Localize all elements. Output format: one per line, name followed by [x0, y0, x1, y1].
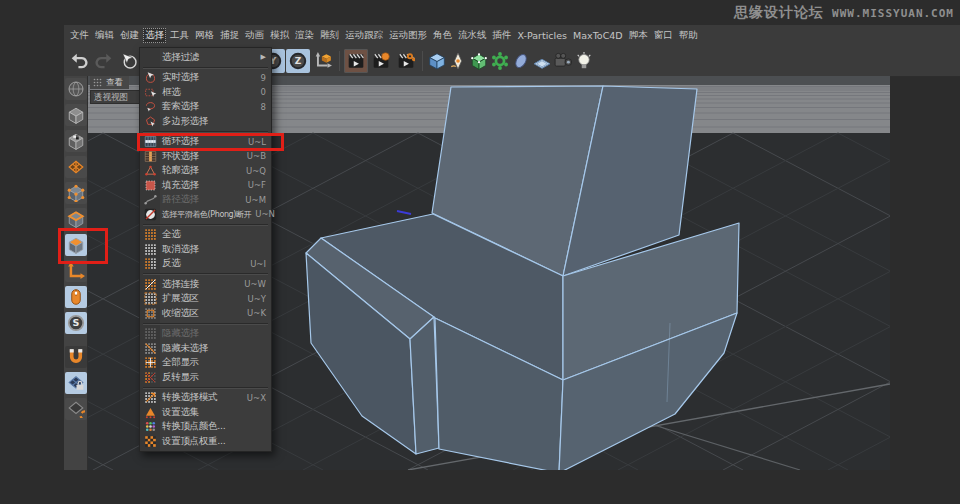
m-poly-icon	[143, 114, 158, 128]
m-ring-icon	[143, 149, 158, 163]
m-invert-icon	[143, 257, 158, 271]
menu-item-12[interactable]: 运动图形	[387, 28, 429, 43]
live-selection-button[interactable]	[117, 49, 141, 73]
menu-item-label: 实时选择	[162, 71, 257, 84]
menu-item-row-4[interactable]: 多边形选择	[140, 114, 271, 129]
m-showinv-icon	[143, 370, 158, 384]
grid-dots-icon	[93, 78, 102, 87]
mograph-button[interactable]	[490, 49, 510, 73]
camera-button[interactable]	[553, 49, 573, 73]
menu-item-row-10[interactable]: 选择平滑着色(Phong)断开U~N	[140, 207, 271, 222]
polygons-mode-button[interactable]	[65, 234, 87, 256]
subdivision-button[interactable]	[469, 49, 489, 73]
menu-item-row-23[interactable]: 转换顶点颜色...	[140, 420, 271, 435]
menu-item-10[interactable]: 雕刻	[318, 28, 341, 43]
menu-item-label: 全选	[162, 228, 266, 241]
simulation-button[interactable]: S	[65, 312, 87, 334]
m-clear-icon	[143, 242, 158, 256]
menu-item-label: 循环选择	[162, 135, 244, 148]
menu-item-row-8[interactable]: 填充选择U~F	[140, 178, 271, 193]
edges-mode-button[interactable]	[65, 208, 87, 230]
menu-item-row-7[interactable]: 轮廓选择U~Q	[140, 164, 271, 179]
coordinate-system-button[interactable]	[311, 49, 335, 73]
menu-item-shortcut: U~M	[245, 195, 266, 205]
menu-item-row-2[interactable]: 框选0	[140, 85, 271, 100]
deformer-button[interactable]	[511, 49, 531, 73]
menu-item-4[interactable]: 工具	[168, 28, 191, 43]
menu-item-13[interactable]: 角色	[431, 28, 454, 43]
menu-item-label: 隐藏选择	[162, 327, 266, 340]
menu-item-6[interactable]: 捕捉	[218, 28, 241, 43]
menu-item-20[interactable]: 帮助	[677, 28, 700, 43]
menu-item-row-17[interactable]: 隐藏选择	[140, 327, 271, 342]
model-mode-button[interactable]	[65, 104, 87, 126]
menu-item-row-13[interactable]: 反选U~I	[140, 257, 271, 272]
menu-maxtoc4d[interactable]: MaxToC4D	[571, 29, 625, 42]
menu-item-1[interactable]: 编辑	[93, 28, 116, 43]
menu-item-18[interactable]: 脚本	[627, 28, 650, 43]
spline-pen-button[interactable]	[448, 49, 468, 73]
menu-item-8[interactable]: 模拟	[268, 28, 291, 43]
menu-item-row-11[interactable]: 全选	[140, 228, 271, 243]
menu-item-3[interactable]: 选择	[143, 28, 166, 43]
model-corner-chamfer[interactable]	[410, 317, 439, 454]
light-button[interactable]	[574, 49, 594, 73]
axis-mode-button[interactable]	[65, 260, 87, 282]
menu-item-row-1[interactable]: 实时选择9	[140, 71, 271, 86]
render-region-button[interactable]	[369, 49, 393, 73]
menu-item-row-16[interactable]: 收缩选区U~K	[140, 306, 271, 321]
menu-item-row-21[interactable]: 转换选择模式U~X	[140, 391, 271, 406]
menu-item-row-12[interactable]: 取消选择	[140, 242, 271, 257]
lock-z-button[interactable]: Z	[286, 49, 310, 73]
viewport-view-tab[interactable]: 查看	[90, 76, 129, 89]
menu-item-label: 设置顶点权重...	[162, 435, 266, 448]
render-view-button[interactable]	[344, 49, 368, 73]
menu-item-shortcut: 8	[261, 102, 266, 112]
points-mode-button[interactable]	[65, 182, 87, 204]
menu-item-11[interactable]: 运动跟踪	[343, 28, 385, 43]
menu-item-5[interactable]: 网格	[193, 28, 216, 43]
primitive-cube-button[interactable]	[427, 49, 447, 73]
floor-button[interactable]	[532, 49, 552, 73]
watermark: 思缘设计论坛 WWW.MISSYUAN.COM	[734, 4, 954, 22]
svg-text:Z: Z	[295, 56, 302, 66]
menu-item-row-14[interactable]: 选择连接U~W	[140, 277, 271, 292]
menu-item-0[interactable]: 文件	[68, 28, 91, 43]
menu-item-2[interactable]: 创建	[118, 28, 141, 43]
uv-mode-button[interactable]	[65, 156, 87, 178]
redo-button[interactable]	[92, 49, 116, 73]
menu-item-label: 框选	[162, 86, 257, 99]
menu-item-row-19[interactable]: 全部显示	[140, 356, 271, 371]
menu-item-shortcut: U~L	[248, 137, 266, 147]
render-settings-button[interactable]	[394, 49, 418, 73]
menu-item-row-15[interactable]: 扩展选区U~Y	[140, 292, 271, 307]
menu-item-row-0[interactable]: 选择过滤▶	[140, 50, 271, 65]
menu-item-row-24[interactable]: 设置顶点权重...	[140, 434, 271, 449]
grid-lock-button[interactable]	[65, 372, 87, 394]
menu-item-15[interactable]: 插件	[491, 28, 514, 43]
viewport-mouse-button[interactable]	[65, 286, 87, 308]
menu-item-7[interactable]: 动画	[243, 28, 266, 43]
menu-item-row-18[interactable]: 隐藏未选择	[140, 341, 271, 356]
menu-item-loop-selection[interactable]: 循环选择U~L	[140, 135, 271, 150]
toolbar-separator	[422, 51, 423, 71]
menu-item-19[interactable]: 窗口	[652, 28, 675, 43]
menu-item-14[interactable]: 流水线	[456, 28, 489, 43]
texture-mode-button[interactable]	[65, 130, 87, 152]
menu-item-9[interactable]: 渲染	[293, 28, 316, 43]
menu-item-row-6[interactable]: 环状选择U~B	[140, 149, 271, 164]
undo-button[interactable]	[67, 49, 91, 73]
menu-item-shortcut: U~N	[255, 209, 275, 219]
menu-item-row-3[interactable]: 套索选择8	[140, 100, 271, 115]
menu-item-row-20[interactable]: 反转显示	[140, 370, 271, 385]
menu-x-particles[interactable]: X-Particles	[516, 29, 570, 42]
menu-item-shortcut: U~I	[250, 259, 266, 269]
menu-item-row-9[interactable]: 路径选择U~M	[140, 193, 271, 208]
menu-separator	[143, 323, 268, 325]
sculpt-mode-button[interactable]	[65, 78, 87, 100]
m-outline-icon	[143, 164, 158, 178]
workplane-button[interactable]	[65, 398, 87, 420]
menu-item-shortcut: U~Q	[246, 166, 266, 176]
snap-magnet-button[interactable]	[65, 346, 87, 368]
menu-item-row-22[interactable]: 设置选集	[140, 405, 271, 420]
